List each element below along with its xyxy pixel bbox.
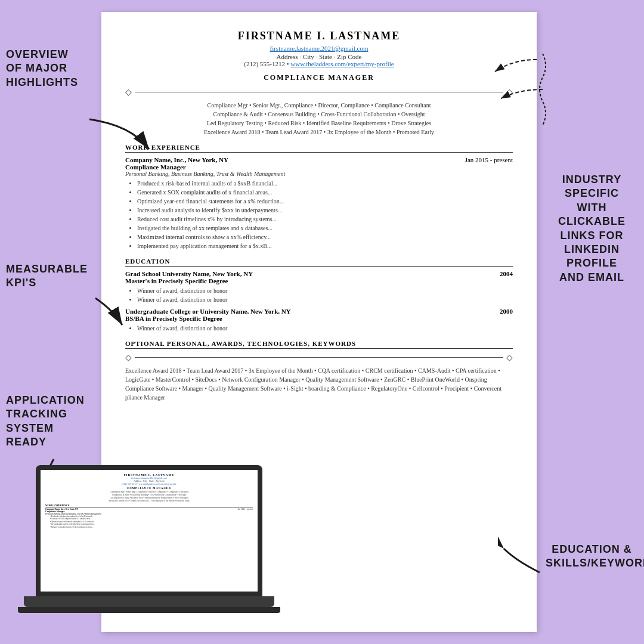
edu-school-2: Undergraduate College or University Name… bbox=[125, 308, 291, 315]
laptop-screen-inner: FIRSTNAME I. LASTNAME firstname.lastname… bbox=[41, 470, 258, 592]
label-kpi: MEASURABLEKPI'S bbox=[6, 262, 92, 290]
mini-work-header: WORK EXPERIENCE bbox=[45, 504, 253, 507]
resume-email[interactable]: firstname.lastname.2021@gmail.com bbox=[270, 45, 368, 52]
job-role-1: Compliance Manager bbox=[125, 163, 285, 171]
diamond-line-optional bbox=[125, 352, 513, 363]
edu-entry-1: Grad School University Name, New York, N… bbox=[125, 270, 513, 304]
bullet-item: Produced x risk-based internal audits of… bbox=[137, 179, 513, 188]
highlights-arrow bbox=[83, 113, 155, 161]
resume-phone-website: (212) 555-1212 • www.theladders.com/expe… bbox=[125, 60, 513, 67]
work-experience-header: WORK EXPERIENCE bbox=[125, 144, 513, 153]
keywords-summary: Compliance Mgr • Senior Mgr., Compliance… bbox=[125, 101, 513, 137]
edu-bullet: Winner of award, distinction or honor bbox=[137, 324, 513, 333]
label-education: EDUCATION &SKILLS/KEYWORDS bbox=[546, 543, 638, 571]
bullet-item: Reduced cost audit timelines x% by intro… bbox=[137, 215, 513, 224]
education-header: EDUCATION bbox=[125, 258, 513, 267]
mini-bullet-5: • Reduced cost audit timelines x% by int… bbox=[50, 526, 253, 529]
resume-website-link[interactable]: www.theladders.com/expert/my-profile bbox=[290, 60, 394, 67]
laptop-screen-outer: FIRSTNAME I. LASTNAME firstname.lastname… bbox=[36, 465, 262, 596]
job-entry-1: Company Name, Inc., New York, NY Complia… bbox=[125, 156, 513, 177]
mini-company: Company Name, Inc., New York, NY bbox=[45, 508, 78, 510]
optional-header: OPTIONAL PERSONAL, AWARDS, TECHNOLOGIES,… bbox=[125, 340, 513, 349]
resume-title-section: COMPLIANCE MANAGER bbox=[125, 73, 513, 82]
resume-header: FIRSTNAME I. LASTNAME firstname.lastname… bbox=[125, 30, 513, 67]
edu-degree-2: BS/BA in Precisely Specific Degree bbox=[125, 315, 513, 322]
laptop-mockup: FIRSTNAME I. LASTNAME firstname.lastname… bbox=[18, 465, 280, 632]
optional-text: Excellence Award 2018 • Team Lead Award … bbox=[125, 366, 513, 402]
main-container: FIRSTNAME I. LASTNAME firstname.lastname… bbox=[0, 0, 644, 644]
resume-address: Address · City · State · Zip Code bbox=[125, 53, 513, 60]
mini-resume-phone: (212) 555-1212 • www.theladders.com/expe… bbox=[45, 482, 253, 485]
edu-bullets-1: Winner of award, distinction or honor Wi… bbox=[137, 286, 513, 304]
bullet-item: Generated x SOX complaint audits of x fi… bbox=[137, 188, 513, 197]
edu-year-2: 2000 bbox=[500, 308, 513, 315]
edu-bullet: Winner of award, distinction or honor bbox=[137, 295, 513, 304]
diamond-line-top bbox=[125, 87, 513, 97]
keywords-line4: Excellence Award 2018 • Team Lead Award … bbox=[204, 129, 434, 135]
laptop-bottom bbox=[18, 607, 280, 613]
label-ats: APPLICATIONTRACKINGSYSTEMREADY bbox=[6, 394, 98, 450]
laptop-base bbox=[24, 596, 274, 607]
resume-name: FIRSTNAME I. LASTNAME bbox=[125, 30, 513, 42]
bullet-item: Implemented pay application management f… bbox=[137, 242, 513, 250]
label-industry: INDUSTRYSPECIFICWITHCLICKABLELINKS FORLI… bbox=[546, 173, 638, 284]
edu-degree-1: Master's in Precisely Specific Degree bbox=[125, 277, 513, 284]
job-subtitle-1: Personal Banking, Business Banking, Trus… bbox=[125, 171, 285, 177]
dashed-arrows-right bbox=[465, 48, 549, 167]
edu-bullet: Winner of award, distinction or honor bbox=[137, 286, 513, 295]
edu-year-1: 2004 bbox=[500, 270, 513, 277]
keywords-line1: Compliance Mgr • Senior Mgr., Compliance… bbox=[207, 102, 431, 109]
keywords-line2: Compliance & Audit • Consensus Building … bbox=[213, 111, 425, 117]
education-arrow bbox=[498, 537, 546, 584]
edu-entry-2: Undergraduate College or University Name… bbox=[125, 308, 513, 333]
label-highlights: OVERVIEWOF MAJORHIGHLIGHTS bbox=[6, 48, 92, 89]
mini-keywords: Compliance Mgr • Senior Mgr., Compliance… bbox=[45, 491, 253, 503]
resume-title: COMPLIANCE MANAGER bbox=[125, 73, 513, 82]
bullet-item: Instigated the building of xx templates … bbox=[137, 224, 513, 233]
mini-resume-title: COMPLIANCE MANAGER bbox=[45, 487, 253, 490]
bullet-item: Maximized internal controls to show a xx… bbox=[137, 233, 513, 242]
job-bullets-1: Produced x risk-based internal audits of… bbox=[137, 179, 513, 250]
keywords-line3: Led Regulatory Testing • Reduced Risk • … bbox=[207, 120, 431, 126]
bullet-item: Optimized year-end financial statements … bbox=[137, 197, 513, 206]
edu-bullets-2: Winner of award, distinction or honor bbox=[137, 324, 513, 333]
edu-school-1: Grad School University Name, New York, N… bbox=[125, 270, 253, 277]
bullet-item: Increased audit analysis to identify $xx… bbox=[137, 206, 513, 215]
mini-date: Jan 2015 - present bbox=[237, 508, 253, 510]
kpi-arrow bbox=[89, 292, 125, 328]
